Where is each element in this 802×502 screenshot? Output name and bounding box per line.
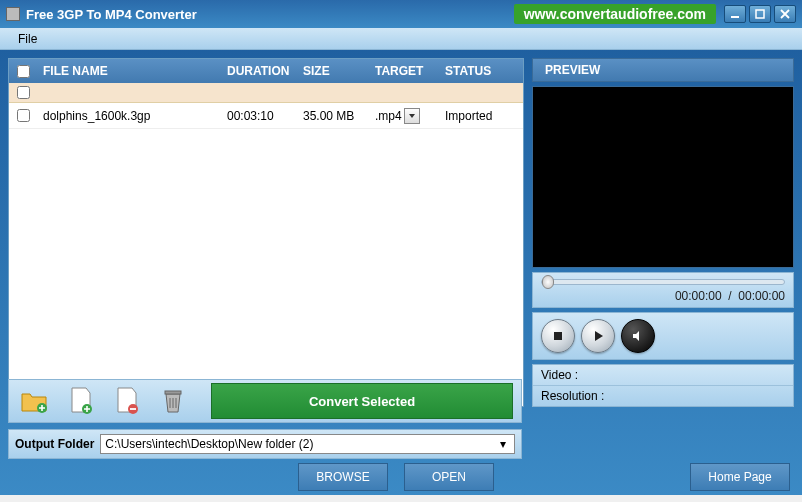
menu-bar: File xyxy=(0,28,802,50)
app-title: Free 3GP To MP4 Converter xyxy=(26,7,197,22)
stop-button[interactable] xyxy=(541,319,575,353)
cell-target: .mp4 xyxy=(375,109,402,123)
col-duration: DURATION xyxy=(227,64,303,78)
seek-area: 00:00:00 / 00:00:00 xyxy=(532,272,794,308)
home-page-button[interactable]: Home Page xyxy=(690,463,790,491)
preview-panel: PREVIEW 00:00:00 / 00:00:00 Video xyxy=(532,58,794,407)
col-target: TARGET xyxy=(375,64,445,78)
output-folder-value: C:\Users\intech\Desktop\New folder (2) xyxy=(105,437,313,451)
delete-button[interactable] xyxy=(155,383,191,419)
titlebar: Free 3GP To MP4 Converter www.convertaud… xyxy=(0,0,802,28)
app-icon xyxy=(6,7,20,21)
output-folder-dropdown[interactable]: ▾ xyxy=(496,437,510,451)
seek-thumb[interactable] xyxy=(542,275,554,289)
cell-filename: dolphins_1600k.3gp xyxy=(37,109,227,123)
output-folder-input[interactable]: C:\Users\intech\Desktop\New folder (2) ▾ xyxy=(100,434,515,454)
time-sep: / xyxy=(728,289,731,303)
maximize-button[interactable] xyxy=(749,5,771,23)
output-folder-label: Output Folder xyxy=(15,437,94,451)
cell-duration: 00:03:10 xyxy=(227,109,303,123)
remove-file-button[interactable] xyxy=(109,383,145,419)
svg-rect-6 xyxy=(165,391,181,394)
col-status: STATUS xyxy=(445,64,523,78)
convert-button[interactable]: Convert Selected xyxy=(211,383,513,419)
play-button[interactable] xyxy=(581,319,615,353)
seek-slider[interactable] xyxy=(541,279,785,285)
target-dropdown-button[interactable] xyxy=(404,108,420,124)
add-folder-button[interactable] xyxy=(17,383,53,419)
browse-button[interactable]: BROWSE xyxy=(298,463,388,491)
col-filename: FILE NAME xyxy=(37,64,227,78)
menu-file[interactable]: File xyxy=(10,30,45,48)
preview-video-area xyxy=(532,86,794,268)
select-all-checkbox[interactable] xyxy=(17,86,30,99)
time-total: 00:00:00 xyxy=(738,289,785,303)
svg-rect-1 xyxy=(756,10,764,18)
app-window: Free 3GP To MP4 Converter www.convertaud… xyxy=(0,0,802,495)
info-video-label: Video : xyxy=(541,368,578,382)
minimize-button[interactable] xyxy=(724,5,746,23)
bottom-button-row: BROWSE OPEN Home Page xyxy=(0,463,802,491)
output-folder-row: Output Folder C:\Users\intech\Desktop\Ne… xyxy=(8,429,522,459)
close-button[interactable] xyxy=(774,5,796,23)
header-checkbox[interactable] xyxy=(17,65,30,78)
playback-controls xyxy=(532,312,794,360)
add-file-button[interactable] xyxy=(63,383,99,419)
info-res-label: Resolution : xyxy=(541,389,604,403)
svg-rect-2 xyxy=(554,332,562,340)
col-size: SIZE xyxy=(303,64,375,78)
table-row[interactable]: dolphins_1600k.3gp 00:03:10 35.00 MB .mp… xyxy=(9,103,523,129)
table-body: dolphins_1600k.3gp 00:03:10 35.00 MB .mp… xyxy=(9,103,523,406)
row-checkbox[interactable] xyxy=(17,109,30,122)
file-list-panel: FILE NAME DURATION SIZE TARGET STATUS do… xyxy=(8,58,524,407)
website-badge: www.convertaudiofree.com xyxy=(514,4,716,24)
select-all-row xyxy=(9,83,523,103)
action-toolbar: Convert Selected xyxy=(8,379,522,423)
open-button[interactable]: OPEN xyxy=(404,463,494,491)
media-info: Video : Resolution : xyxy=(532,364,794,407)
volume-button[interactable] xyxy=(621,319,655,353)
time-elapsed: 00:00:00 xyxy=(675,289,722,303)
table-header: FILE NAME DURATION SIZE TARGET STATUS xyxy=(9,59,523,83)
cell-status: Imported xyxy=(445,109,523,123)
svg-rect-0 xyxy=(731,16,739,18)
cell-size: 35.00 MB xyxy=(303,109,375,123)
preview-header: PREVIEW xyxy=(532,58,794,82)
